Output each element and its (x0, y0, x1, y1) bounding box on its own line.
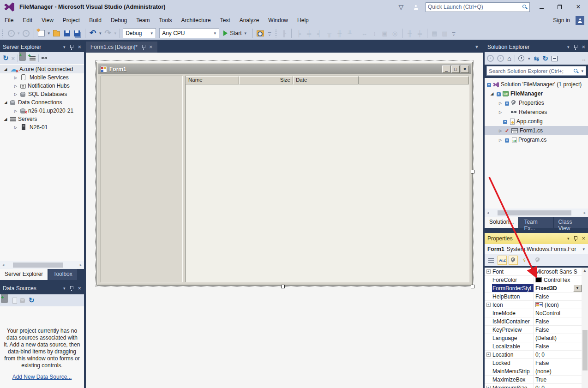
pin-icon[interactable] (573, 236, 577, 241)
expander-icon[interactable]: ◢ (3, 100, 8, 105)
tree-item-solution[interactable]: Solution 'FileManager' (1 project) (485, 80, 588, 89)
expander-icon[interactable]: ▷ (498, 138, 503, 142)
tree-item-server-n26[interactable]: ▷ N26-01 (0, 123, 84, 131)
tab-server-explorer[interactable]: Server Explorer (0, 269, 48, 280)
sync-with-active-document-icon[interactable]: ⇆ (534, 55, 540, 62)
add-new-data-source-link[interactable]: Add New Data Source... (0, 374, 84, 380)
undo-dropdown-icon[interactable]: ▾ (99, 31, 102, 36)
close-icon[interactable]: × (582, 44, 585, 50)
open-file-icon[interactable] (52, 28, 61, 38)
collapse-all-icon[interactable] (552, 56, 558, 61)
document-list-dropdown-icon[interactable]: ▼ (474, 44, 479, 49)
value-dropdown-icon[interactable]: ▼ (573, 285, 582, 292)
expander-icon[interactable]: ▷ (13, 76, 18, 80)
tree-item-database-connection[interactable]: ▷ × n26-01.up2020-21 (0, 107, 84, 115)
expander-icon[interactable]: ▷ (13, 84, 18, 88)
menu-edit[interactable]: Edit (18, 15, 37, 26)
property-row-language[interactable]: Language (Default) (485, 334, 588, 342)
toolbar-overflow-icon[interactable]: ⌄ (266, 31, 273, 35)
resize-handle-bottom[interactable] (281, 285, 285, 288)
menu-help[interactable]: Help (293, 15, 313, 26)
save-all-icon[interactable] (73, 28, 82, 38)
column-header-size[interactable]: Size (239, 76, 293, 84)
new-project-dropdown-icon[interactable]: ▾ (48, 31, 51, 36)
tab-solution-explorer[interactable]: Solution... (485, 217, 518, 228)
save-icon[interactable] (62, 28, 72, 38)
window-position-icon[interactable]: ▾ (567, 45, 570, 49)
tab-form1-design[interactable]: Form1.cs [Design]* × (86, 42, 157, 53)
menu-tools[interactable]: Tools (155, 15, 177, 26)
property-row-mainmenustrip[interactable]: MainMenuStrip (none) (485, 367, 588, 376)
close-icon[interactable]: × (582, 236, 585, 241)
expander-icon[interactable]: ▷ (13, 125, 18, 130)
add-sharepoint-connection-icon[interactable] (42, 55, 48, 61)
tree-item-form1[interactable]: ▷ ✓ Form1.cs (485, 126, 588, 135)
property-row-maximizebox[interactable]: MaximizeBox True (485, 376, 588, 384)
alphabetical-icon[interactable]: A↓Z (498, 256, 507, 265)
feedback-icon[interactable]: ▽ (396, 3, 406, 11)
layout-overflow-icon[interactable]: ⌄ (450, 31, 457, 35)
scrollbar-thumb[interactable] (13, 263, 63, 268)
account-avatar-icon[interactable] (576, 16, 584, 25)
quick-launch-input[interactable] (428, 4, 522, 10)
property-row-localizable[interactable]: Localizable False (485, 342, 588, 351)
expander-icon[interactable]: ▷ (13, 109, 18, 113)
window-position-icon[interactable]: ▾ (567, 236, 570, 241)
column-header-date[interactable]: Date (293, 76, 359, 84)
tree-item-data-connections[interactable]: ◢ Data Connections (0, 98, 84, 107)
expand-toggle-icon[interactable]: + (486, 269, 491, 274)
categorized-icon[interactable] (486, 256, 496, 265)
quick-launch-box[interactable] (426, 2, 530, 12)
find-in-files-icon[interactable] (256, 28, 265, 38)
tree-item-properties[interactable]: ▷ Properties (485, 98, 588, 107)
tree-item-servers[interactable]: ◢ Servers (0, 115, 84, 123)
vertical-scrollbar[interactable]: ▲ (582, 268, 588, 388)
property-row-maximumsize[interactable]: + MaximumSize 0; 0 (485, 384, 588, 388)
designed-form-titlebar[interactable]: Form1 _ □ × (98, 64, 471, 74)
form-treeview[interactable] (101, 76, 183, 282)
tree-item-program[interactable]: ▷ Program.cs (485, 135, 588, 144)
scroll-right-icon[interactable]: ▸ (582, 210, 588, 215)
restore-button[interactable] (553, 1, 567, 12)
expander-icon[interactable]: ▷ (13, 92, 18, 96)
expander-icon[interactable]: ◢ (3, 67, 8, 72)
solution-configuration-combo[interactable]: Debug ▾ (123, 28, 156, 38)
solution-search-box[interactable]: ▾ (486, 66, 586, 76)
solution-search-input[interactable] (489, 68, 571, 74)
property-row-ismdicontainer[interactable]: IsMdiContainer False (485, 317, 588, 326)
scrollbar-thumb[interactable] (582, 330, 588, 370)
refresh-icon[interactable]: ↻ (3, 54, 9, 62)
connect-to-server-icon[interactable] (30, 56, 36, 61)
horizontal-scrollbar[interactable]: ◂ ▸ (485, 209, 588, 217)
resize-handle-corner[interactable] (471, 285, 474, 288)
window-position-icon[interactable]: ▾ (63, 45, 66, 49)
menu-build[interactable]: Build (84, 15, 106, 26)
menu-team[interactable]: Team (132, 15, 154, 26)
scroll-up-icon[interactable]: ▲ (582, 268, 588, 274)
tree-item-references[interactable]: ▷ References (485, 107, 588, 117)
pending-changes-filter-icon[interactable] (518, 55, 524, 61)
designer-surface[interactable]: Form1 _ □ × Name Size Date (86, 53, 483, 388)
property-row-location[interactable]: + Location 0; 0 (485, 351, 588, 359)
undo-icon[interactable]: ↶ (88, 28, 97, 38)
tree-item-project-filemanager[interactable]: ◢ C# FileManager (485, 89, 588, 98)
tab-class-view[interactable]: Class View (554, 217, 588, 228)
property-row-imemode[interactable]: ImeMode NoControl (485, 309, 588, 317)
chevron-down-icon[interactable]: ▾ (582, 247, 585, 251)
pin-icon[interactable] (141, 44, 145, 50)
start-debug-button[interactable]: Start ▾ (221, 28, 250, 38)
connect-to-database-icon[interactable] (21, 55, 27, 61)
expand-toggle-icon[interactable]: + (486, 352, 491, 357)
property-row-locked[interactable]: Locked False (485, 359, 588, 367)
events-icon[interactable]: ϟ (520, 256, 529, 265)
solution-explorer-titlebar[interactable]: Solution Explorer ▾ × (485, 42, 588, 52)
minimize-button[interactable] (534, 1, 548, 12)
close-icon[interactable]: × (149, 44, 153, 50)
tab-team-explorer[interactable]: Team Ex... (519, 217, 552, 228)
data-sources-titlebar[interactable]: Data Sources ▾ × (0, 282, 84, 294)
pin-icon[interactable] (69, 44, 73, 50)
new-project-icon[interactable] (37, 28, 46, 38)
property-row-keypreview[interactable]: KeyPreview False (485, 326, 588, 334)
expander-icon[interactable]: ◢ (489, 91, 495, 96)
designed-form[interactable]: Form1 _ □ × Name Size Date (96, 62, 473, 286)
